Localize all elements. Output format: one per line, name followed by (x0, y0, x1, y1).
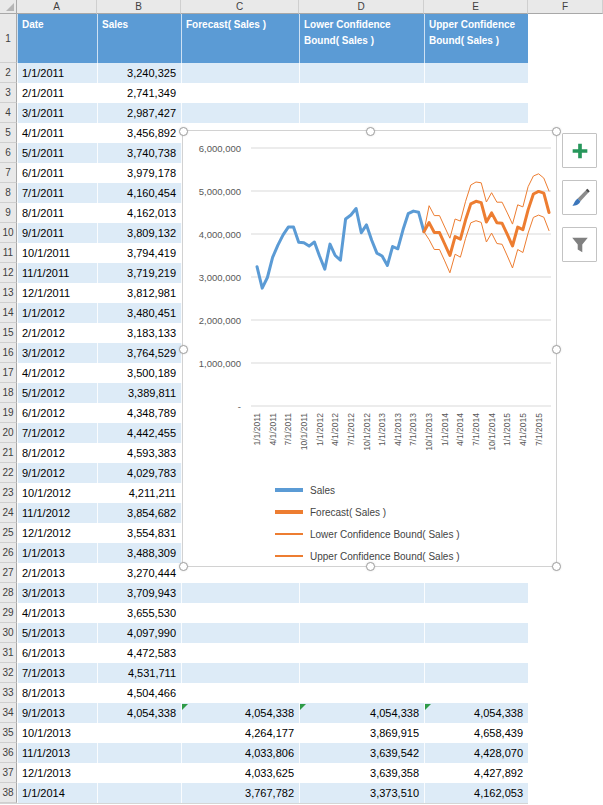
table-cell[interactable]: 7/1/2013 (17, 663, 97, 683)
row-number-17[interactable]: 17 (0, 363, 17, 383)
table-cell[interactable]: 3,809,132 (97, 223, 181, 243)
table-cell[interactable]: 3,767,782 (181, 783, 299, 803)
selection-handle[interactable] (552, 562, 561, 571)
row-number-30[interactable]: 30 (0, 623, 17, 643)
table-cell[interactable]: 12/1/2012 (17, 523, 97, 543)
table-cell[interactable] (299, 83, 424, 103)
table-cell[interactable]: 9/1/2012 (17, 463, 97, 483)
table-cell[interactable]: 3,389,811 (97, 383, 181, 403)
table-cell[interactable]: 4,162,053 (424, 783, 528, 803)
row-number-12[interactable]: 12 (0, 263, 17, 283)
table-cell[interactable]: 3,719,219 (97, 263, 181, 283)
table-cell[interactable]: 4,054,338 (181, 703, 299, 723)
table-cell[interactable]: 3,488,309 (97, 543, 181, 563)
table-cell[interactable] (299, 663, 424, 683)
legend-item[interactable]: Forecast( Sales ) (275, 501, 460, 523)
table-cell[interactable] (424, 83, 528, 103)
table-cell[interactable]: 8/1/2013 (17, 683, 97, 703)
column-header-A[interactable]: A (17, 0, 97, 14)
row-number-5[interactable]: 5 (0, 123, 17, 143)
row-number-18[interactable]: 18 (0, 383, 17, 403)
table-cell[interactable]: 4,033,806 (181, 743, 299, 763)
row-number-19[interactable]: 19 (0, 403, 17, 423)
table-cell[interactable]: 6/1/2011 (17, 163, 97, 183)
table-cell[interactable]: 1/1/2014 (17, 783, 97, 803)
table-cell[interactable] (181, 663, 299, 683)
table-cell[interactable]: 4,033,625 (181, 763, 299, 783)
table-cell[interactable]: 5/1/2012 (17, 383, 97, 403)
table-cell[interactable] (97, 763, 181, 783)
table-cell[interactable]: 10/1/2013 (17, 723, 97, 743)
column-header-C[interactable]: C (181, 0, 299, 14)
selection-handle[interactable] (366, 127, 375, 136)
row-number-22[interactable]: 22 (0, 463, 17, 483)
table-cell[interactable]: 7/1/2011 (17, 183, 97, 203)
selection-handle[interactable] (179, 345, 188, 354)
selection-handle[interactable] (179, 562, 188, 571)
row-number-28[interactable]: 28 (0, 583, 17, 603)
header-cell[interactable]: Lower Confidence Bound( Sales ) (299, 14, 424, 63)
row-number-21[interactable]: 21 (0, 443, 17, 463)
row-number-26[interactable]: 26 (0, 543, 17, 563)
table-cell[interactable]: 12/1/2011 (17, 283, 97, 303)
table-cell[interactable]: 9/1/2013 (17, 703, 97, 723)
table-cell[interactable]: 3,709,943 (97, 583, 181, 603)
row-number-15[interactable]: 15 (0, 323, 17, 343)
table-cell[interactable]: 3/1/2011 (17, 103, 97, 123)
chart-styles-button[interactable] (562, 180, 597, 215)
legend-item[interactable]: Lower Confidence Bound( Sales ) (275, 523, 460, 545)
table-cell[interactable]: 4,504,466 (97, 683, 181, 703)
row-number-11[interactable]: 11 (0, 243, 17, 263)
table-cell[interactable] (299, 683, 424, 703)
selection-handle[interactable] (179, 127, 188, 136)
table-cell[interactable] (181, 683, 299, 703)
table-cell[interactable]: 4/1/2013 (17, 603, 97, 623)
table-cell[interactable]: 4,097,990 (97, 623, 181, 643)
table-cell[interactable] (181, 623, 299, 643)
table-cell[interactable] (299, 583, 424, 603)
row-number-32[interactable]: 32 (0, 663, 17, 683)
table-cell[interactable]: 4,264,177 (181, 723, 299, 743)
table-cell[interactable] (424, 103, 528, 123)
table-cell[interactable] (299, 103, 424, 123)
row-number-29[interactable]: 29 (0, 603, 17, 623)
table-cell[interactable]: 2,987,427 (97, 103, 181, 123)
table-cell[interactable] (97, 723, 181, 743)
row-number-25[interactable]: 25 (0, 523, 17, 543)
table-cell[interactable]: 4,428,070 (424, 743, 528, 763)
table-cell[interactable]: 12/1/2013 (17, 763, 97, 783)
selection-handle[interactable] (552, 127, 561, 136)
table-cell[interactable] (299, 63, 424, 83)
row-number-2[interactable]: 2 (0, 63, 17, 83)
table-cell[interactable]: 4,472,583 (97, 643, 181, 663)
table-cell[interactable] (424, 583, 528, 603)
table-cell[interactable]: 9/1/2011 (17, 223, 97, 243)
table-cell[interactable]: 4,427,892 (424, 763, 528, 783)
table-cell[interactable]: 3,639,542 (299, 743, 424, 763)
row-number-9[interactable]: 9 (0, 203, 17, 223)
chart-elements-button[interactable] (562, 133, 597, 168)
table-cell[interactable]: 8/1/2012 (17, 443, 97, 463)
table-cell[interactable] (299, 643, 424, 663)
column-header-E[interactable]: E (424, 0, 528, 14)
table-cell[interactable]: 3,854,682 (97, 503, 181, 523)
selection-handle[interactable] (366, 562, 375, 571)
table-cell[interactable] (181, 83, 299, 103)
table-cell[interactable]: 4/1/2012 (17, 363, 97, 383)
chart-filters-button[interactable] (562, 227, 597, 262)
table-cell[interactable] (424, 63, 528, 83)
table-cell[interactable]: 1/1/2013 (17, 543, 97, 563)
table-cell[interactable]: 3,740,738 (97, 143, 181, 163)
table-cell[interactable]: 2/1/2011 (17, 83, 97, 103)
table-cell[interactable]: 3,456,892 (97, 123, 181, 143)
table-cell[interactable]: 2/1/2013 (17, 563, 97, 583)
legend-item[interactable]: Sales (275, 479, 460, 501)
table-cell[interactable]: 4,054,338 (97, 703, 181, 723)
table-cell[interactable] (424, 623, 528, 643)
table-cell[interactable]: 10/1/2011 (17, 243, 97, 263)
table-cell[interactable] (181, 103, 299, 123)
header-cell[interactable]: Forecast( Sales ) (181, 14, 299, 63)
row-number-37[interactable]: 37 (0, 763, 17, 783)
row-number-20[interactable]: 20 (0, 423, 17, 443)
table-cell[interactable]: 4,054,338 (299, 703, 424, 723)
